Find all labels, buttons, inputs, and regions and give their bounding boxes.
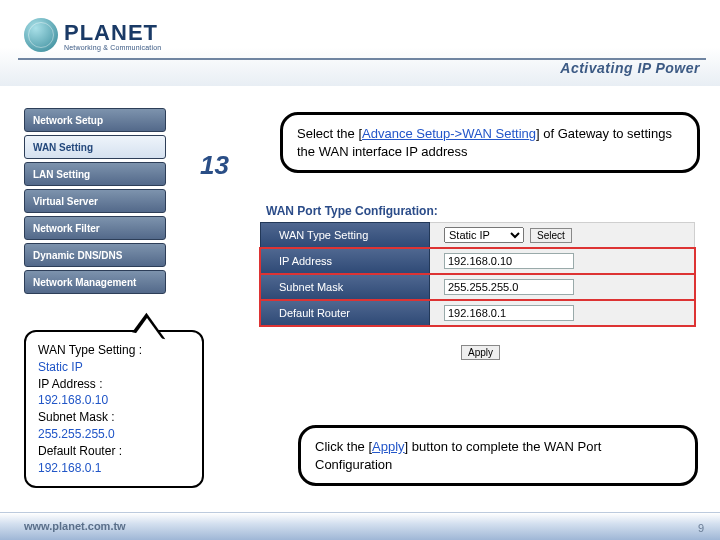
step-number: 13 xyxy=(200,150,229,181)
sidebar-item-virtual-server[interactable]: Virtual Server xyxy=(24,189,166,213)
globe-icon xyxy=(24,18,58,52)
row-ip-address: IP Address xyxy=(260,248,695,274)
brand-name: PLANET xyxy=(64,20,161,46)
callout-top-text-1: Select the [ xyxy=(297,126,362,141)
callout-bot-text-1: Click the [ xyxy=(315,439,372,454)
sidebar-item-lan-setting[interactable]: LAN Setting xyxy=(24,162,166,186)
sidebar-item-dynamic-dns[interactable]: Dynamic DNS/DNS xyxy=(24,243,166,267)
brand-tagline: Networking & Communication xyxy=(64,44,161,51)
label-ip-address: IP Address xyxy=(260,248,430,274)
speech-line-4a: Default Router : xyxy=(38,443,190,460)
sidebar-item-network-setup[interactable]: Network Setup xyxy=(24,108,166,132)
speech-line-2a: IP Address : xyxy=(38,376,190,393)
callout-top-link: Advance Setup->WAN Setting xyxy=(362,126,536,141)
wan-config-panel: WAN Port Type Configuration: WAN Type Se… xyxy=(260,200,695,360)
sidebar-item-network-management[interactable]: Network Management xyxy=(24,270,166,294)
row-wan-type: WAN Type Setting Static IP Select xyxy=(260,222,695,248)
sidebar-item-wan-setting[interactable]: WAN Setting xyxy=(24,135,166,159)
input-ip-address[interactable] xyxy=(444,253,574,269)
wan-type-select[interactable]: Static IP xyxy=(444,227,524,243)
speech-line-3a: Subnet Mask : xyxy=(38,409,190,426)
brand-slogan: Activating IP Power xyxy=(560,60,700,76)
speech-line-2b: 192.168.0.10 xyxy=(38,392,190,409)
input-subnet-mask[interactable] xyxy=(444,279,574,295)
select-button[interactable]: Select xyxy=(530,228,572,243)
speech-line-3b: 255.255.255.0 xyxy=(38,426,190,443)
speech-line-1a: WAN Type Setting : xyxy=(38,342,190,359)
row-default-router: Default Router xyxy=(260,300,695,326)
callout-bot-link: Apply xyxy=(372,439,405,454)
speech-line-4b: 192.168.0.1 xyxy=(38,460,190,477)
label-wan-type: WAN Type Setting xyxy=(260,222,430,248)
callout-instruction-top: Select the [Advance Setup->WAN Setting] … xyxy=(280,112,700,173)
speech-line-1b: Static IP xyxy=(38,359,190,376)
sidebar-menu: Network Setup WAN Setting LAN Setting Vi… xyxy=(24,108,166,297)
callout-instruction-bottom: Click the [Apply] button to complete the… xyxy=(298,425,698,486)
footer-url: www.planet.com.tw xyxy=(24,520,126,532)
row-subnet-mask: Subnet Mask xyxy=(260,274,695,300)
panel-title: WAN Port Type Configuration: xyxy=(260,200,695,222)
label-default-router: Default Router xyxy=(260,300,430,326)
callout-values: WAN Type Setting : Static IP IP Address … xyxy=(24,330,204,488)
page-number: 9 xyxy=(698,522,704,534)
label-subnet-mask: Subnet Mask xyxy=(260,274,430,300)
sidebar-item-network-filter[interactable]: Network Filter xyxy=(24,216,166,240)
header: PLANET Networking & Communication Activa… xyxy=(0,0,720,86)
brand-logo: PLANET Networking & Communication xyxy=(24,18,161,52)
apply-button[interactable]: Apply xyxy=(461,345,500,360)
input-default-router[interactable] xyxy=(444,305,574,321)
